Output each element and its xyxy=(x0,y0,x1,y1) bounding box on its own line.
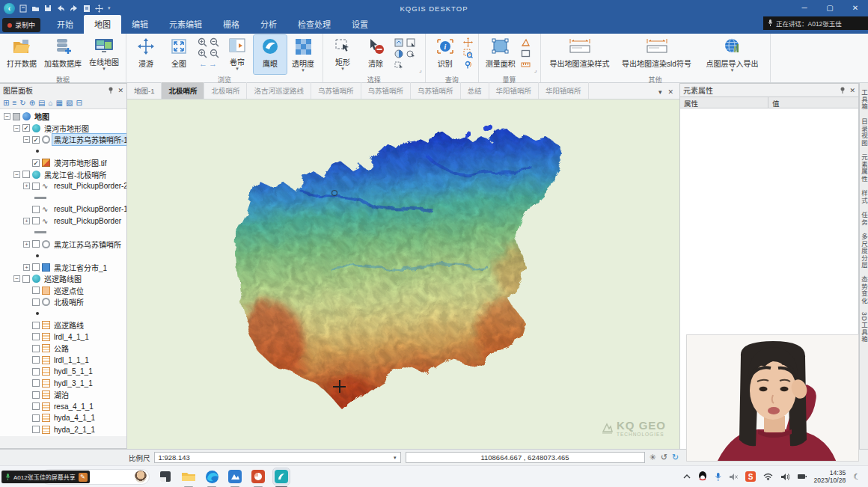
pin-icon[interactable] xyxy=(108,87,114,94)
spatial-query-icon[interactable] xyxy=(463,60,474,70)
layer-visibility-checkbox[interactable] xyxy=(32,263,40,271)
collapse-all-icon[interactable]: ⊟ xyxy=(76,99,82,107)
tree-expander-icon[interactable]: + xyxy=(23,183,30,189)
pan-tool-icon[interactable] xyxy=(95,4,103,13)
export-render-style-button[interactable]: 导出地图渲染样式 xyxy=(544,35,616,74)
layer-tree-item[interactable]: hydl_3_1_1 xyxy=(0,378,126,390)
attribute-query-icon[interactable] xyxy=(463,49,474,58)
online-map-button[interactable]: 在线地图 ▾ xyxy=(85,35,123,74)
map-tab[interactable]: 乌苏镇哨所 xyxy=(361,82,412,99)
dock-tab-态势变化[interactable]: 态势变化 xyxy=(860,276,868,304)
layer-visibility-checkbox[interactable] xyxy=(32,183,40,190)
layer-visibility-checkbox[interactable] xyxy=(32,298,40,306)
layer-tree-item[interactable]: −巡逻路线图 xyxy=(0,273,126,285)
identify-button[interactable]: i 识别 xyxy=(429,35,462,74)
undo-icon[interactable] xyxy=(56,4,65,12)
layer-visibility-checkbox[interactable] xyxy=(32,391,40,399)
dock-tab-多尺度分层[interactable]: 多尺度分层 xyxy=(860,233,868,269)
layer-panel-close-icon[interactable]: ✕ xyxy=(117,87,123,94)
app-notebook[interactable] xyxy=(157,468,174,485)
layer-visibility-checkbox[interactable] xyxy=(32,356,40,364)
layer-visibility-checkbox[interactable] xyxy=(32,333,40,340)
layer-tree-item[interactable]: −✓漠河市地形图 xyxy=(0,123,126,135)
layer-visibility-checkbox[interactable] xyxy=(22,171,30,178)
layer-tree-item[interactable]: hydl_5_1_1 xyxy=(0,366,126,378)
volume-icon[interactable] xyxy=(780,473,789,481)
layer-tree-item[interactable]: −✓黑龙江苏乌苏镇哨所-1 (*) xyxy=(0,134,126,146)
wifi-icon[interactable] xyxy=(763,473,773,480)
layer-tree-item[interactable]: lrdl_4_1_1 xyxy=(0,331,126,343)
app-edge-browser[interactable] xyxy=(204,468,220,485)
ribbon-tab-地图[interactable]: 地图 xyxy=(84,15,121,34)
layer-visibility-checkbox[interactable] xyxy=(32,414,40,422)
props-column-value[interactable]: 值 xyxy=(768,97,783,108)
layer-visibility-checkbox[interactable] xyxy=(32,379,40,387)
layer-tree-item[interactable]: 湖泊 xyxy=(0,389,126,401)
ribbon-tab-检查处理[interactable]: 检查处理 xyxy=(287,15,341,34)
load-database-button[interactable]: 加载数据库 xyxy=(40,35,85,74)
layer-tree-item[interactable]: 巡逻点位 xyxy=(0,285,126,297)
full-extent-button[interactable]: 全图 xyxy=(162,35,195,74)
select-touch-icon[interactable] xyxy=(406,49,416,58)
layer-visibility-checkbox[interactable] xyxy=(32,368,40,376)
map-tab[interactable]: 地图-1 xyxy=(127,82,162,99)
select-group-launcher-icon[interactable]: ⌟ xyxy=(419,67,422,73)
snapshot-icon[interactable]: ▧ xyxy=(66,99,73,107)
scale-select[interactable]: 1:928.143 ▾ xyxy=(154,452,401,463)
redo-icon[interactable] xyxy=(70,4,79,12)
layer-visibility-checkbox[interactable] xyxy=(32,426,40,433)
dock-tab-3D工具箱[interactable]: 3D工具箱 xyxy=(860,312,868,343)
app-kqgis-active[interactable] xyxy=(273,468,290,485)
swipe-button[interactable]: 卷帘 ▾ xyxy=(221,35,254,74)
dock-tab-工具箱[interactable]: 工具箱 xyxy=(860,89,868,111)
map-tab[interactable]: 北极哨所 xyxy=(162,82,204,99)
measure-angle-icon[interactable] xyxy=(521,37,531,47)
layer-tree-item[interactable]: hyda_4_1_1 xyxy=(0,412,126,424)
save-icon[interactable] xyxy=(44,4,52,12)
layer-visibility-checkbox[interactable]: ✓ xyxy=(32,159,40,167)
layer-tree-item[interactable]: +黑龙江省分市_1 xyxy=(0,262,126,274)
zoom-in-box-icon[interactable] xyxy=(197,37,207,47)
layer-tree-item[interactable]: −黑龙江省-北极哨所 xyxy=(0,169,126,181)
export-doc-icon[interactable] xyxy=(83,4,91,13)
rotate-view-icon[interactable]: ↺ xyxy=(661,453,667,462)
new-document-icon[interactable] xyxy=(19,4,27,13)
ribbon-tab-设置[interactable]: 设置 xyxy=(341,15,379,34)
prev-extent-icon[interactable]: ← xyxy=(199,60,207,67)
props-panel-close-icon[interactable]: ✕ xyxy=(849,87,855,94)
layer-visibility-checkbox[interactable]: ✓ xyxy=(32,136,40,144)
dock-tab-元素属性[interactable]: 元素属性 xyxy=(860,154,868,183)
clear-selection-button[interactable]: 清除 xyxy=(359,35,392,74)
taskbar-clock[interactable]: 14:35 2023/10/28 xyxy=(814,469,846,484)
tree-expander-icon[interactable]: − xyxy=(13,125,20,132)
map-tab[interactable]: 洛古河巡逻路线 xyxy=(247,82,311,99)
point-layer-import-export-button[interactable]: 点图层导入导出 ▾ xyxy=(698,35,767,74)
select-by-layer-icon[interactable] xyxy=(406,37,416,47)
home-extent-icon[interactable]: ⌂ xyxy=(48,99,52,107)
export-render-sld-button[interactable]: 导出地图渲染sld符号 xyxy=(616,35,698,74)
layer-visibility-checkbox[interactable] xyxy=(32,206,40,213)
open-data-button[interactable]: 打开数据 xyxy=(3,35,40,74)
sogou-input-icon[interactable]: S xyxy=(745,471,756,482)
close-button[interactable]: ✕ xyxy=(843,0,868,16)
tray-speaker-muted-icon[interactable] xyxy=(729,473,738,481)
refresh-layers-icon[interactable]: ↻ xyxy=(19,99,25,107)
map-canvas[interactable]: KQ GEO TECHNOLOGIES xyxy=(127,99,679,449)
rectangle-select-button[interactable]: 矩形 ▾ xyxy=(326,35,359,74)
minimize-button[interactable]: ─ xyxy=(792,0,817,16)
ribbon-tab-分析[interactable]: 分析 xyxy=(250,15,287,34)
map-tab[interactable]: 北极哨所 xyxy=(204,82,247,99)
map-tab[interactable]: 乌苏镇哨所 xyxy=(411,82,461,99)
qat-dropdown-icon[interactable]: ▾ xyxy=(108,5,111,11)
layer-tree-item[interactable]: +黑龙江苏乌苏镇哨所 xyxy=(0,239,126,251)
tree-expander-icon[interactable]: − xyxy=(13,275,20,282)
tree-expander-icon[interactable]: − xyxy=(13,171,20,178)
next-extent-icon[interactable]: → xyxy=(209,60,217,67)
tree-expander-icon[interactable]: + xyxy=(23,241,30,248)
layer-tree-item[interactable]: +∿result_PickupBorder xyxy=(0,215,126,227)
style-layers-icon[interactable]: ▤ xyxy=(38,99,45,107)
ribbon-tab-元素编辑[interactable]: 元素编辑 xyxy=(159,15,213,34)
layer-visibility-checkbox[interactable] xyxy=(32,345,40,352)
layer-tree-item[interactable]: 巡逻路线 xyxy=(0,319,126,331)
layer-tree-item[interactable]: ✓漠河市地形图.tif xyxy=(0,157,126,169)
